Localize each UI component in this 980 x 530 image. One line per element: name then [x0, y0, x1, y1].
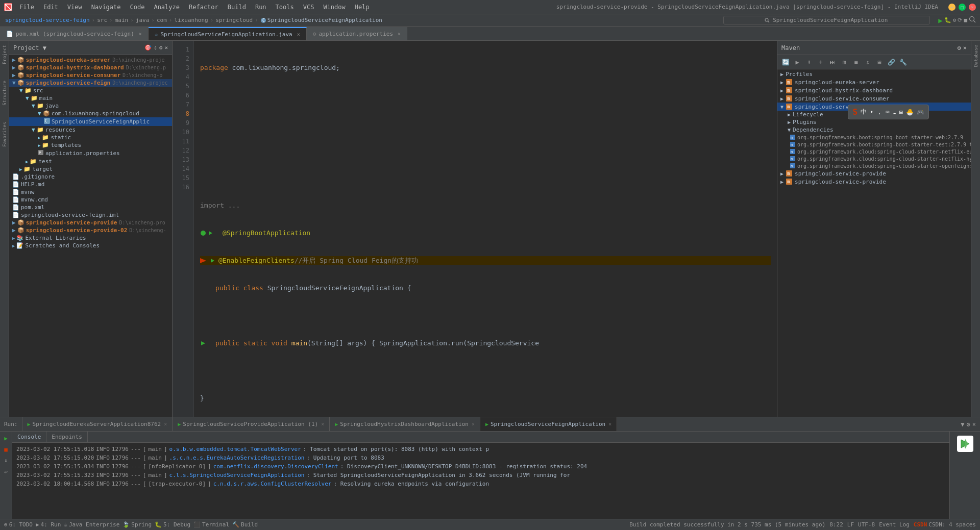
- run-scroll-btn[interactable]: ⬇: [2, 456, 11, 465]
- status-todo[interactable]: ⊕ 6: TODO: [4, 521, 33, 528]
- maven-profiles[interactable]: ▶ Profiles: [777, 70, 971, 78]
- breadcrumb-class[interactable]: CSpringcloudServiceFeignApplication: [260, 17, 382, 23]
- structure-label[interactable]: Structure: [2, 79, 7, 108]
- maven-hystrix[interactable]: ▶ m springcloud-hystrix-dashboard: [777, 86, 971, 94]
- toolbar-btn-2[interactable]: ⟳: [958, 17, 962, 23]
- tree-item-eureka[interactable]: ▶ 📦 springcloud-eureka-server D:\xinchen…: [9, 56, 172, 64]
- breadcrumb-com[interactable]: com: [157, 17, 167, 23]
- maven-link-btn[interactable]: 🔗: [886, 57, 896, 67]
- menu-build[interactable]: Build: [224, 3, 250, 12]
- tree-item-external-libs[interactable]: ▶ 📚 External Libraries: [9, 234, 172, 242]
- debug-button[interactable]: 🐛: [944, 17, 951, 23]
- minimize-button[interactable]: −: [948, 4, 955, 11]
- maven-toggle-btn[interactable]: m: [839, 57, 849, 67]
- tree-item-mvnw[interactable]: 📄 mvnw: [9, 188, 172, 196]
- maven-settings2-btn[interactable]: 🔧: [898, 57, 908, 67]
- status-event-log[interactable]: Event Log: [879, 521, 910, 528]
- tree-item-target[interactable]: ▶ 📁 target: [9, 165, 172, 173]
- status-line-col[interactable]: 8:22: [829, 521, 843, 528]
- status-spring[interactable]: 🍃 Spring: [122, 521, 152, 528]
- tree-item-mvnwcmd[interactable]: 📄 mvnw.cmd: [9, 196, 172, 204]
- menu-edit[interactable]: Edit: [39, 3, 62, 12]
- run-tab-feign[interactable]: ▶ SpringcloudServiceFeignApplication ×: [480, 417, 617, 431]
- status-encoding[interactable]: UTF-8: [858, 521, 875, 528]
- run-dropdown-btn[interactable]: ▼: [961, 421, 964, 428]
- tree-item-provide[interactable]: ▶ 📦 springcloud-service-provide D:\xinch…: [9, 219, 172, 226]
- menu-run[interactable]: Run: [251, 3, 271, 12]
- status-terminal[interactable]: ⬛ Terminal: [193, 521, 229, 528]
- breadcrumb-springcloud[interactable]: springcloud: [215, 17, 253, 23]
- tree-item-provide02[interactable]: ▶ 📦 springcloud-service-provide-02 D:\xi…: [9, 226, 172, 234]
- menu-view[interactable]: View: [63, 3, 86, 12]
- tab-main-java[interactable]: ☕ SpringcloudServiceFeignApplication.jav…: [149, 27, 307, 40]
- maven-eureka-server[interactable]: ▶ m springcloud-eureka-server: [777, 78, 971, 86]
- tree-item-consumer[interactable]: ▶ 📦 springcloud-service-consumer D:\xinc…: [9, 71, 172, 79]
- run-button[interactable]: ▶: [938, 16, 942, 24]
- search-everywhere[interactable]: [969, 16, 976, 24]
- run-close-btn[interactable]: ×: [972, 421, 976, 428]
- tree-item-iml[interactable]: 📄 springcloud-service-feign.iml: [9, 211, 172, 219]
- maven-dep-hystrix[interactable]: m org.springframework.cloud:spring-cloud…: [777, 155, 971, 162]
- project-icon-close[interactable]: ×: [164, 44, 168, 51]
- breadcrumb-main[interactable]: main: [115, 17, 129, 23]
- menu-window[interactable]: Window: [319, 3, 349, 12]
- maven-expand-btn[interactable]: ⇕: [863, 57, 873, 67]
- status-java-enterprise[interactable]: ☕ Java Enterprise: [64, 521, 119, 528]
- run-stop-btn[interactable]: ■: [2, 445, 11, 454]
- tab-prop-close[interactable]: ×: [398, 31, 401, 37]
- maven-run-btn[interactable]: ▶: [792, 57, 802, 67]
- status-debug[interactable]: 🐛 5: Debug: [155, 521, 190, 528]
- menu-tools[interactable]: Tools: [272, 3, 298, 12]
- tree-item-hystrix[interactable]: ▶ 📦 springcloud-hystrix-dashboard D:\xin…: [9, 64, 172, 71]
- tree-item-static[interactable]: ▶ 📁 static: [9, 134, 172, 141]
- favorites-label[interactable]: Favorites: [2, 120, 7, 149]
- breadcrumb-project[interactable]: springcloud-service-feign: [5, 17, 90, 23]
- maven-dep-web[interactable]: m org.springframework.boot:spring-boot-s…: [777, 134, 971, 141]
- tree-item-scratches[interactable]: ▶ 📝 Scratches and Consoles: [9, 242, 172, 249]
- menu-refactor[interactable]: Refactor: [185, 3, 223, 12]
- menu-navigate[interactable]: Navigate: [87, 3, 125, 12]
- maven-provide1[interactable]: ▶ m springcloud-service-provide: [777, 169, 971, 178]
- maven-dependencies[interactable]: ▼ Dependencies: [777, 126, 971, 134]
- tree-item-appprops[interactable]: P application.properties: [9, 149, 172, 158]
- maven-collapse-btn[interactable]: ⊞: [874, 57, 885, 67]
- maven-skip-btn[interactable]: ⏭: [827, 57, 838, 67]
- run-tab-eureka[interactable]: ▶ SpringcloudEurekaServerApplication8762…: [22, 417, 173, 431]
- menu-help[interactable]: Help: [351, 3, 374, 12]
- project-icon-locate[interactable]: 🎯: [144, 44, 152, 51]
- maximize-button[interactable]: □: [959, 4, 966, 11]
- maven-settings-icon[interactable]: ⚙: [958, 44, 961, 52]
- maven-dep-eureka[interactable]: m org.springframework.cloud:spring-cloud…: [777, 148, 971, 155]
- code-content[interactable]: package com.lixuanhong.springcloud; impo…: [194, 41, 777, 417]
- tree-item-gitignore[interactable]: 📄 .gitignore: [9, 173, 172, 181]
- project-label[interactable]: Project: [2, 43, 7, 66]
- status-build[interactable]: 🔨 Build: [232, 521, 258, 528]
- run-tab-hystrix[interactable]: ▶ SpringcloudHystrixDashboardApplication…: [330, 417, 480, 431]
- tree-item-templates[interactable]: ▶ 📁 templates: [9, 141, 172, 149]
- breadcrumb-lixuanhong[interactable]: lixuanhong: [174, 17, 208, 23]
- breadcrumb-java[interactable]: java: [136, 17, 150, 23]
- tree-item-feign[interactable]: ▼ 📦 springcloud-service-feign D:\xinchen…: [9, 79, 172, 87]
- maven-consumer[interactable]: ▶ m springcloud-service-consumer: [777, 94, 971, 103]
- status-csdn[interactable]: CSDN CSDN: 4 spaces: [914, 521, 976, 528]
- close-button[interactable]: ×: [969, 4, 976, 11]
- project-icon-expand[interactable]: ⇕: [154, 44, 157, 51]
- tab-pom-close[interactable]: ×: [139, 31, 142, 37]
- run-tab-provide[interactable]: ▶ SpringcloudServiceProvideApplication (…: [173, 417, 330, 431]
- tree-item-helpmd[interactable]: 📄 HELP.md: [9, 181, 172, 188]
- tree-item-test[interactable]: ▶ 📁 test: [9, 158, 172, 165]
- menu-code[interactable]: Code: [126, 3, 149, 12]
- menu-vcs[interactable]: VCS: [299, 3, 318, 12]
- tree-item-main-class[interactable]: C SpringcloudServiceFeignApplic: [9, 117, 172, 126]
- database-label[interactable]: Database: [973, 43, 978, 69]
- tab-java-close[interactable]: ×: [297, 32, 300, 37]
- maven-reload-btn[interactable]: 🔄: [780, 57, 791, 67]
- toolbar-btn-3[interactable]: ■: [964, 17, 967, 23]
- maven-close-icon[interactable]: ×: [963, 44, 967, 52]
- maven-dep-openfeign[interactable]: m org.springframework.cloud:spring-cloud…: [777, 162, 971, 169]
- status-run[interactable]: ▶ 4: Run: [36, 521, 61, 528]
- tree-item-java[interactable]: ▼ 📁 java: [9, 102, 172, 110]
- status-line-ending[interactable]: LF: [847, 521, 854, 528]
- tree-item-main[interactable]: ▼ 📁 main: [9, 94, 172, 102]
- tab-app-properties[interactable]: ⚙ application.properties ×: [307, 27, 407, 40]
